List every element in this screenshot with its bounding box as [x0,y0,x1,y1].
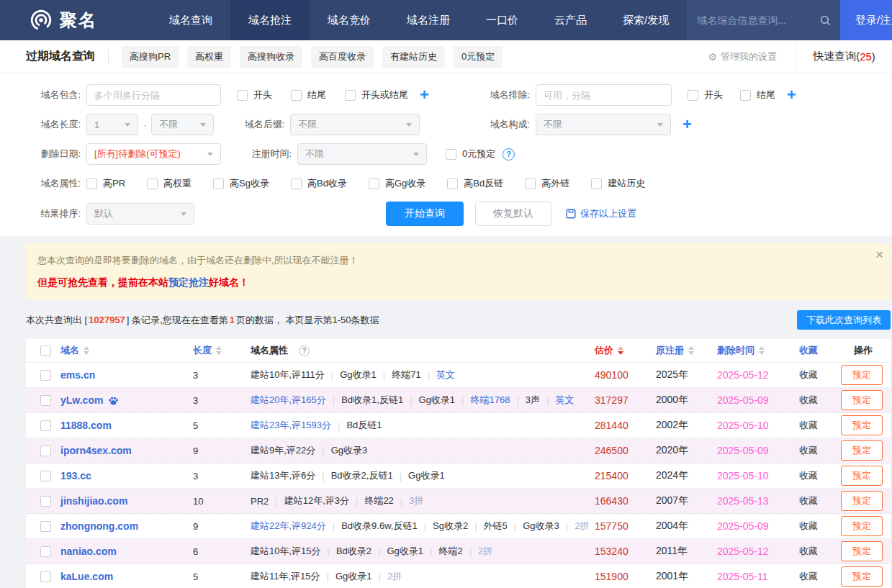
nav-item-domain-register[interactable]: 域名注册 [389,0,468,40]
reserve-button[interactable]: 预定 [841,415,883,435]
include-input[interactable] [86,84,221,106]
sort-icon[interactable] [84,346,89,355]
manage-settings-link[interactable]: ⚙ 管理我的设置 [708,40,777,73]
attr-checkbox[interactable]: 高Gg收录 [369,177,425,190]
nav-item-fixed-price[interactable]: 一口价 [468,0,536,40]
favorite-link[interactable]: 收藏 [799,571,818,582]
favorite-link[interactable]: 收藏 [799,369,818,380]
domain-link[interactable]: yLw.com [60,394,103,406]
sort-icon[interactable] [688,346,694,355]
delete-date-select[interactable]: [所有]待删除(可预定) [86,143,221,165]
row-checkbox[interactable] [40,521,51,532]
length-from-select[interactable]: 1 [86,114,138,135]
domain-link[interactable]: 193.cc [60,470,91,481]
reserve-button[interactable]: 预定 [841,516,883,536]
suffix-select[interactable]: 不限 [290,114,420,135]
domain-link[interactable]: ems.cn [60,369,95,381]
sort-icon[interactable] [759,346,765,355]
domain-link[interactable]: jinshijiao.com [60,495,127,507]
checkbox-box[interactable] [147,178,158,189]
col-header-length[interactable]: 长度 [193,344,251,357]
row-checkbox[interactable] [40,420,51,431]
compose-select[interactable]: 不限 [536,114,671,135]
col-header-reg[interactable]: 原注册 [656,344,717,357]
search-input[interactable] [695,14,819,27]
checkbox-box[interactable] [291,90,302,101]
warning-blue-link[interactable]: 预定抢注 [168,276,209,288]
row-checkbox[interactable] [40,546,51,557]
row-checkbox[interactable] [40,471,51,481]
domain-link[interactable]: naniao.com [60,546,117,557]
close-icon[interactable]: × [875,248,883,261]
reserve-button[interactable]: 预定 [841,466,883,486]
checkbox-box[interactable] [291,178,302,189]
nav-item-explore[interactable]: 探索/发现 [605,0,687,40]
domain-link[interactable]: 11888.com [60,420,112,431]
row-checkbox[interactable] [40,445,51,456]
domain-link[interactable]: kaLue.com [60,571,113,582]
nav-item-domain-query[interactable]: 域名查询 [151,0,230,40]
add-include-icon[interactable]: + [420,87,429,103]
checkbox-box[interactable] [525,178,536,189]
reserve-button[interactable]: 预定 [841,566,883,587]
include-checkbox[interactable]: 结尾 [291,89,326,101]
exclude-checkbox[interactable]: 开头 [688,89,723,101]
favorite-link[interactable]: 收藏 [799,420,818,430]
download-list-button[interactable]: 下载此次查询列表 [797,310,891,330]
checkbox-box[interactable] [213,178,224,189]
save-settings-link[interactable]: 保存以上设置 [566,207,636,220]
attr-checkbox[interactable]: 高权重 [147,177,192,190]
attr-checkbox[interactable]: 高Sg收录 [213,177,269,190]
checkbox-box[interactable] [345,90,356,101]
login-register-button[interactable]: 登录/注册 [840,0,892,40]
attr-checkbox[interactable]: 高PR [86,177,125,190]
filter-tag[interactable]: 高搜狗收录 [240,46,302,68]
favorite-link[interactable]: 收藏 [799,520,818,531]
reserve-button[interactable]: 预定 [841,440,883,461]
brand[interactable]: 聚名 [0,0,130,40]
checkbox-box[interactable] [688,90,698,101]
reserve-button[interactable]: 预定 [841,491,883,511]
domain-link[interactable]: iporn4sex.com [60,445,132,456]
search-icon[interactable] [819,14,832,27]
row-checkbox[interactable] [40,496,51,507]
reserve-button[interactable]: 预定 [841,365,883,385]
domain-link[interactable]: zhongnong.com [60,520,138,532]
favorite-link[interactable]: 收藏 [799,546,818,556]
include-checkbox[interactable]: 开头 [237,89,272,101]
start-query-button[interactable]: 开始查询 [386,202,464,226]
filter-tag[interactable]: 高百度收录 [311,46,374,68]
quick-query-tab[interactable]: 快速查询(25) [796,40,892,73]
col-header-delete-time[interactable]: 删除时间 [717,344,799,357]
attr-checkbox[interactable]: 高Bd收录 [291,177,347,190]
filter-tag[interactable]: 0元预定 [454,46,503,68]
exclude-input[interactable] [536,84,672,106]
row-checkbox[interactable] [40,395,51,406]
zero-reserve-checkbox[interactable]: 0元预定 [446,148,495,160]
checkbox-box[interactable] [740,90,751,101]
exclude-checkbox[interactable]: 结尾 [740,89,775,101]
help-icon[interactable]: ? [299,345,310,356]
nav-item-domain-backorder[interactable]: 域名抢注 [230,0,310,40]
checkbox-box[interactable] [446,149,456,160]
filter-tag[interactable]: 高搜狗PR [122,46,179,68]
favorite-link[interactable]: 收藏 [799,445,818,456]
favorite-link[interactable]: 收藏 [799,470,818,481]
reg-time-select[interactable]: 不限 [297,143,427,165]
row-checkbox[interactable] [40,571,51,582]
sort-icon-active[interactable] [618,346,623,355]
nav-item-domain-auction[interactable]: 域名竞价 [310,0,389,40]
nav-item-cloud-products[interactable]: 云产品 [536,0,605,40]
filter-tag[interactable]: 高权重 [187,46,231,68]
attr-checkbox[interactable]: 建站历史 [591,177,645,190]
zero-reserve-help-icon[interactable]: ? [503,148,515,160]
favorite-link[interactable]: 收藏 [799,495,818,506]
length-to-select[interactable]: 不限 [151,114,214,135]
include-checkbox[interactable]: 开头或结尾 [345,89,408,101]
attr-checkbox[interactable]: 高Bd反链 [447,177,503,190]
row-checkbox[interactable] [40,370,51,381]
sort-icon[interactable] [216,346,222,355]
reset-default-button[interactable]: 恢复默认 [475,202,551,226]
checkbox-box[interactable] [447,178,458,189]
reserve-button[interactable]: 预定 [841,541,883,561]
